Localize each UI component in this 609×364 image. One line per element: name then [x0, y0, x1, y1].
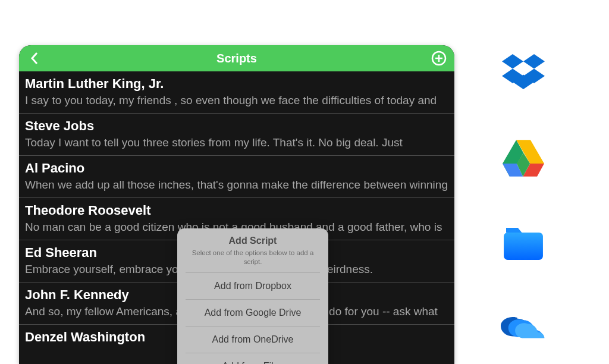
popup-header: Add Script Select one of the options bel…: [177, 228, 328, 272]
script-row[interactable]: Al Pacino When we add up all those inche…: [19, 156, 454, 198]
popup-option-files[interactable]: Add from Files: [186, 353, 320, 364]
plus-circle-icon: [431, 51, 447, 66]
popup-title: Add Script: [184, 236, 321, 246]
svg-rect-13: [504, 233, 543, 260]
script-preview: Today I want to tell you three stories f…: [25, 136, 448, 149]
dropbox-icon: [501, 55, 546, 90]
svg-marker-3: [502, 54, 523, 68]
script-name: Al Pacino: [25, 161, 448, 176]
popup-option-dropbox[interactable]: Add from Dropbox: [186, 272, 320, 299]
add-script-popup: Add Script Select one of the options bel…: [177, 228, 328, 364]
script-name: Theodore Roosevelt: [25, 203, 448, 218]
google-drive-icon: [501, 140, 546, 176]
top-bar: Scripts: [19, 45, 454, 71]
script-row[interactable]: Steve Jobs Today I want to tell you thre…: [19, 114, 454, 156]
scripts-screen: Scripts Martin Luther King, Jr. I say to…: [19, 45, 454, 364]
back-button[interactable]: [25, 49, 44, 68]
script-name: Martin Luther King, Jr.: [25, 76, 448, 92]
svg-marker-4: [523, 54, 545, 68]
popup-option-onedrive[interactable]: Add from OneDrive: [186, 326, 320, 353]
script-name: Steve Jobs: [25, 118, 448, 134]
popup-subtitle: Select one of the options below to add a…: [184, 249, 321, 266]
script-row[interactable]: Martin Luther King, Jr. I say to you tod…: [19, 71, 454, 114]
script-preview: I say to you today, my friends , so even…: [25, 94, 448, 107]
page-title: Scripts: [216, 52, 257, 65]
files-folder-icon: [501, 226, 546, 262]
popup-option-google-drive[interactable]: Add from Google Drive: [186, 299, 320, 326]
service-icons: [501, 55, 546, 347]
chevron-left-icon: [30, 51, 39, 65]
onedrive-icon: [501, 312, 546, 347]
script-preview: When we add up all those inches, that's …: [25, 178, 448, 192]
add-script-button[interactable]: [429, 49, 448, 68]
